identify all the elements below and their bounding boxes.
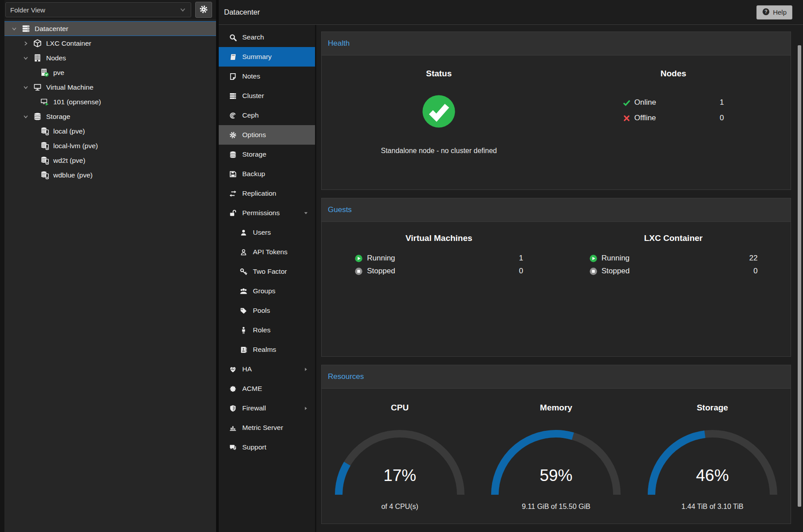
tree-item-label: local (pve) — [53, 127, 85, 135]
tree-expander-expanded-icon[interactable] — [21, 84, 30, 91]
tree-item-datacenter[interactable]: Datacenter — [4, 21, 216, 36]
status-row-value: 22 — [749, 254, 758, 263]
svg-text:?: ? — [764, 9, 767, 14]
tree-item-pve[interactable]: pve — [4, 65, 216, 80]
status-row-label: Running — [602, 254, 630, 263]
status-row-label: Online — [634, 98, 656, 107]
status-row-label: Offline — [634, 114, 656, 122]
nav-item-api-tokens[interactable]: API Tokens — [219, 242, 315, 262]
users-icon — [239, 288, 248, 295]
tree-item-wdblue-pve[interactable]: wdblue (pve) — [4, 168, 216, 182]
guests-panel-title: Guests — [322, 198, 791, 222]
tree-item-lxc-container[interactable]: LXC Container — [4, 36, 216, 51]
nav-item-ha[interactable]: HA — [219, 359, 315, 379]
gauge-heading: Memory — [540, 403, 572, 413]
gauge-caption: 9.11 GiB of 15.50 GiB — [522, 503, 590, 511]
nav-item-label: HA — [242, 365, 252, 373]
status-row-running: Running1 — [354, 254, 523, 263]
nav-item-label: Ceph — [242, 111, 259, 119]
tree-item-wd2t-pve[interactable]: wd2t (pve) — [4, 153, 216, 168]
content-area: Health Status Standalone node - no clust… — [316, 25, 803, 532]
nav-item-summary[interactable]: Summary — [219, 47, 315, 67]
nav-item-label: Notes — [242, 72, 260, 80]
nav-item-label: Users — [253, 229, 271, 236]
nav-item-label: Summary — [242, 53, 272, 61]
tree-expander-expanded-icon[interactable] — [21, 55, 30, 61]
tree-item-label: wd2t (pve) — [53, 157, 85, 165]
nodes-heading: Nodes — [661, 69, 686, 79]
nav-item-metric-server[interactable]: Metric Server — [219, 418, 315, 437]
resources-panel-body: CPU17%of 4 CPU(s)Memory59%9.11 GiB of 15… — [322, 389, 791, 524]
tree-item-local-lvm-pve[interactable]: local-lvm (pve) — [4, 138, 216, 153]
nav-item-ceph[interactable]: Ceph — [219, 106, 315, 125]
guest-group-heading: Virtual Machines — [405, 233, 472, 243]
nav-item-backup[interactable]: Backup — [219, 164, 315, 184]
nav-item-support[interactable]: Support — [219, 437, 315, 457]
nav-item-users[interactable]: Users — [219, 223, 315, 242]
tree-item-local-pve[interactable]: local (pve) — [4, 124, 216, 138]
nav-item-groups[interactable]: Groups — [219, 281, 315, 301]
gauge-cpu: CPU17%of 4 CPU(s) — [322, 389, 478, 524]
help-button-label: Help — [773, 8, 787, 16]
nav-item-cluster[interactable]: Cluster — [219, 86, 315, 106]
database-drive-icon — [39, 142, 50, 150]
tree-item-nodes[interactable]: Nodes — [4, 51, 216, 65]
tree-item-101-opnsense[interactable]: 101 (opnsense) — [4, 95, 216, 109]
tree-item-label: 101 (opnsense) — [53, 98, 101, 106]
cluster-status-section: Status Standalone node - no cluster defi… — [322, 55, 556, 189]
tree-expander-expanded-icon[interactable] — [10, 26, 19, 32]
nav-item-replication[interactable]: Replication — [219, 184, 315, 203]
scrollbar-thumb[interactable] — [798, 45, 801, 507]
tree-item-label: LXC Container — [46, 39, 91, 47]
tree-settings-button[interactable] — [195, 2, 212, 18]
status-row-value: 0 — [753, 267, 757, 276]
view-selector-value: Folder View — [10, 6, 45, 14]
stop-circle-icon — [589, 267, 598, 276]
tree-item-storage[interactable]: Storage — [4, 109, 216, 124]
nav-item-options[interactable]: Options — [219, 125, 315, 145]
tree-expander-collapsed-icon[interactable] — [21, 40, 30, 47]
tree-item-virtual-machine[interactable]: Virtual Machine — [4, 80, 216, 95]
nav-item-label: Cluster — [242, 92, 264, 100]
building-icon — [32, 54, 43, 62]
resource-tree: DatacenterLXC ContainerNodespveVirtual M… — [4, 20, 216, 532]
config-nav: SearchSummaryNotesClusterCephOptionsStor… — [219, 25, 316, 532]
gauge-arc: 17% — [333, 429, 466, 497]
database-drive-icon — [39, 171, 50, 179]
help-button[interactable]: ? Help — [756, 5, 792, 20]
nav-item-label: Support — [242, 443, 266, 451]
main-body: SearchSummaryNotesClusterCephOptionsStor… — [219, 25, 803, 532]
nav-item-roles[interactable]: Roles — [219, 320, 315, 340]
main-panel: Datacenter ? Help SearchSummaryNotesClus… — [216, 0, 803, 532]
nav-item-label: Replication — [242, 189, 276, 197]
database-drive-icon — [39, 127, 50, 135]
gear-icon — [228, 131, 237, 139]
server-stack-icon — [228, 92, 237, 100]
caret-down-icon — [303, 211, 308, 216]
nav-item-permissions[interactable]: Permissions — [219, 203, 315, 223]
nav-item-firewall[interactable]: Firewall — [219, 398, 315, 418]
key-icon — [239, 268, 248, 276]
page-title: Datacenter — [224, 8, 260, 16]
nav-item-realms[interactable]: Realms — [219, 340, 315, 359]
view-selector[interactable]: Folder View — [5, 2, 191, 17]
gear-icon — [199, 5, 208, 15]
nav-item-acme[interactable]: ACME — [219, 379, 315, 398]
tree-expander-expanded-icon[interactable] — [21, 114, 30, 120]
tree-item-label: Datacenter — [35, 25, 68, 33]
nav-item-notes[interactable]: Notes — [219, 67, 315, 86]
nav-item-pools[interactable]: Pools — [219, 301, 315, 320]
check-icon — [623, 99, 630, 106]
check-circle-icon — [422, 122, 456, 130]
guest-group-heading: LXC Container — [644, 233, 703, 243]
status-row-value: 0 — [519, 267, 523, 276]
address-book-icon — [239, 346, 248, 354]
nav-item-label: Groups — [253, 287, 276, 295]
user-outline-icon — [239, 248, 248, 256]
nav-item-label: Roles — [253, 326, 271, 334]
nav-item-storage[interactable]: Storage — [219, 145, 315, 164]
nav-item-two-factor[interactable]: Two Factor — [219, 262, 315, 281]
nav-item-search[interactable]: Search — [219, 28, 315, 47]
cube-icon — [32, 39, 43, 47]
guest-group-lxc-container: LXC ContainerRunning22Stopped0 — [556, 222, 791, 356]
